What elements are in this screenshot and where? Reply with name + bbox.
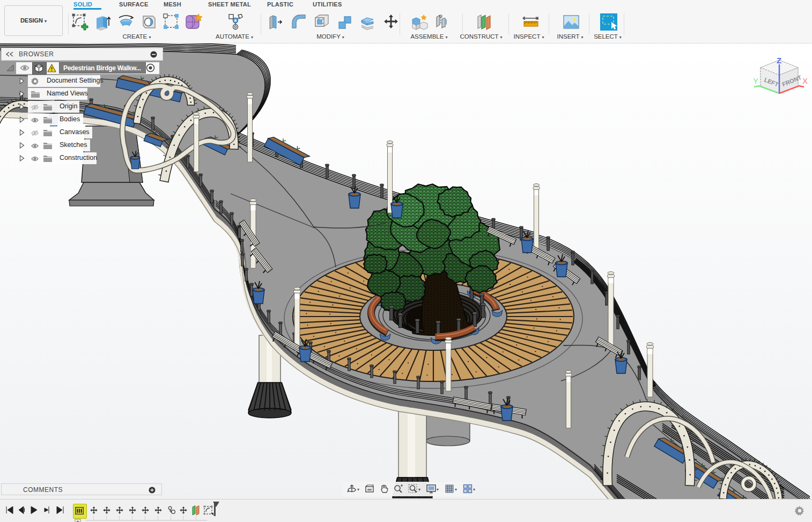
svg-text:Z: Z [777,56,781,65]
svg-text:X: X [802,76,808,85]
svg-text:Y: Y [753,76,758,85]
